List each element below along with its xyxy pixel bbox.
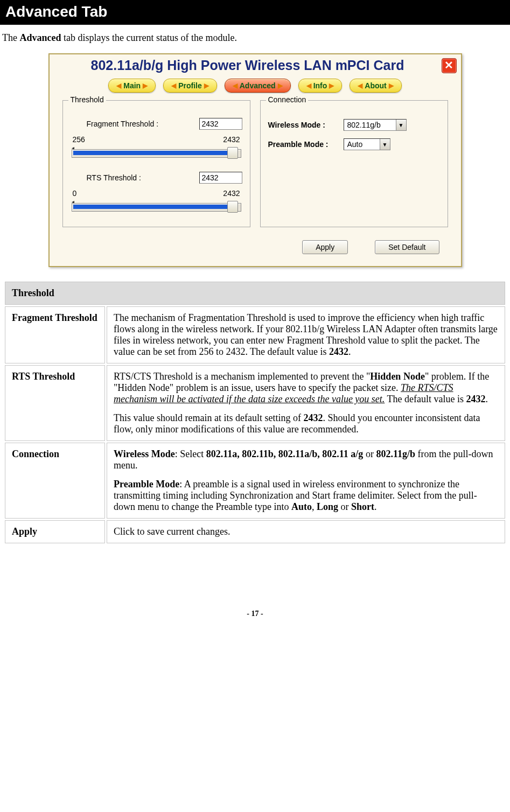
rts-range: 0 2432 [71, 187, 242, 198]
threshold-legend: Threshold [68, 95, 106, 104]
fragment-threshold-label: Fragment Threshold : [71, 120, 199, 128]
text-bold: 2432 [329, 346, 348, 357]
rts-threshold-row: RTS Threshold : 2432 [71, 172, 242, 184]
rts-threshold-input[interactable]: 2432 [199, 172, 242, 184]
text: The default value is [385, 394, 466, 404]
close-button[interactable]: ✕ [442, 58, 457, 73]
chevron-right-icon: ▶ [204, 82, 209, 89]
row-label: Connection [5, 443, 105, 519]
wireless-mode-label: Wireless Mode : [268, 121, 344, 129]
tab-advanced[interactable]: ◀Advanced▶ [225, 79, 291, 93]
text-bold: Preamble Mode [114, 479, 179, 489]
text: or [338, 501, 351, 512]
intro-prefix: The [2, 32, 19, 43]
app-title: 802.11a/b/g High Power Wireless LAN mPCI… [54, 58, 442, 73]
text-bold: Short [351, 501, 374, 512]
text-bold: Long [317, 501, 338, 512]
intro-suffix: tab displays the current status of the m… [61, 32, 237, 43]
fragment-threshold-row: Fragment Threshold : 2432 [71, 118, 242, 130]
tab-label: Main [123, 81, 141, 90]
fragment-min: 256 [73, 135, 85, 144]
text: . [374, 501, 377, 512]
table-header: Threshold [5, 282, 505, 305]
description-table: Threshold Fragment Threshold The mechani… [3, 280, 507, 545]
tab-info[interactable]: ◀Info▶ [298, 79, 343, 93]
button-row: Apply Set Default [50, 237, 461, 266]
chevron-left-icon: ◀ [116, 82, 121, 89]
set-default-button[interactable]: Set Default [375, 240, 439, 254]
text: or [363, 449, 376, 459]
text-bold: 802.11g/b [376, 449, 415, 459]
chevron-left-icon: ◀ [306, 82, 311, 89]
text-bold: Wireless Mode [114, 449, 175, 459]
text: The mechanism of Fragmentation Threshold… [114, 312, 498, 357]
chevron-right-icon: ▶ [329, 82, 334, 89]
row-label: Fragment Threshold [5, 306, 105, 363]
slider-fill [73, 151, 227, 155]
text: Click to save current changes. [114, 526, 230, 537]
row-label: Apply [5, 520, 105, 543]
row-desc: Wireless Mode: Select 802.11a, 802.11b, … [107, 443, 505, 519]
text: : Select [175, 449, 206, 459]
fragment-range: 256 2432 [71, 133, 242, 144]
tab-label: Profile [178, 81, 202, 90]
dropdown-arrow-icon: ▼ [396, 120, 406, 130]
table-row: Connection Wireless Mode: Select 802.11a… [5, 443, 505, 519]
tab-label: Info [313, 81, 327, 90]
dropdown-arrow-icon: ▼ [380, 139, 390, 150]
row-desc: Click to save current changes. [107, 520, 505, 543]
wireless-mode-value: 802.11g/b [344, 120, 396, 130]
text: This value should remain at its default … [114, 412, 303, 423]
wireless-mode-row: Wireless Mode : 802.11g/b ▼ [268, 119, 440, 131]
text-bold: 802.11a, 802.11b, 802.11a/b, 802.11 a/g [206, 449, 364, 459]
connection-groupbox: Connection Wireless Mode : 802.11g/b ▼ P… [260, 100, 448, 227]
text: , [312, 501, 317, 512]
title-bar: 802.11a/b/g High Power Wireless LAN mPCI… [50, 54, 461, 73]
row-desc: RTS/CTS Threshold is a mechanism impleme… [107, 365, 505, 441]
text: . [485, 394, 488, 404]
preamble-mode-label: Preamble Mode : [268, 140, 344, 149]
fragment-threshold-input[interactable]: 2432 [199, 118, 242, 130]
slider-thumb[interactable] [227, 201, 238, 213]
threshold-groupbox: Threshold Fragment Threshold : 2432 256 … [62, 100, 250, 227]
text-bold: 2432 [466, 394, 485, 404]
page-number: - 17 - [0, 610, 510, 625]
fragment-slider[interactable]: ◂ ▸ [71, 144, 242, 165]
tab-label: Advanced [240, 81, 276, 90]
rts-slider[interactable]: ◂ ▸ [71, 198, 242, 219]
intro-bold: Advanced [19, 32, 61, 43]
tab-about[interactable]: ◀About▶ [350, 79, 401, 93]
chevron-left-icon: ◀ [171, 82, 176, 89]
tab-profile[interactable]: ◀Profile▶ [163, 79, 217, 93]
rts-min: 0 [73, 189, 77, 198]
section-heading: Advanced Tab [0, 0, 510, 25]
preamble-mode-select[interactable]: Auto ▼ [344, 138, 390, 150]
chevron-right-icon: ▶ [389, 82, 394, 89]
screenshot: 802.11a/b/g High Power Wireless LAN mPCI… [48, 53, 462, 267]
text-bold: 2432 [303, 412, 323, 423]
app-window: 802.11a/b/g High Power Wireless LAN mPCI… [48, 53, 462, 267]
fragment-max: 2432 [223, 135, 240, 144]
preamble-mode-value: Auto [344, 139, 380, 150]
intro-text: The Advanced tab displays the current st… [0, 25, 510, 44]
table-row: RTS Threshold RTS/CTS Threshold is a mec… [5, 365, 505, 441]
rts-max: 2432 [223, 189, 240, 198]
chevron-left-icon: ◀ [233, 82, 237, 89]
text: . [348, 346, 351, 357]
table-row: Apply Click to save current changes. [5, 520, 505, 543]
preamble-mode-row: Preamble Mode : Auto ▼ [268, 138, 440, 150]
rts-threshold-label: RTS Threshold : [71, 173, 199, 182]
tab-main[interactable]: ◀Main▶ [108, 79, 156, 93]
apply-button[interactable]: Apply [302, 240, 348, 254]
tab-label: About [365, 81, 386, 90]
text-bold: Auto [291, 501, 312, 512]
slider-fill [73, 205, 227, 209]
text-bold: Hidden Node [370, 371, 425, 382]
text: RTS/CTS Threshold is a mechanism impleme… [114, 371, 370, 382]
table-row: Fragment Threshold The mechanism of Frag… [5, 306, 505, 363]
chevron-right-icon: ▶ [143, 82, 148, 89]
connection-legend: Connection [266, 95, 309, 104]
row-desc: The mechanism of Fragmentation Threshold… [107, 306, 505, 363]
slider-thumb[interactable] [227, 147, 238, 159]
wireless-mode-select[interactable]: 802.11g/b ▼ [344, 119, 407, 131]
